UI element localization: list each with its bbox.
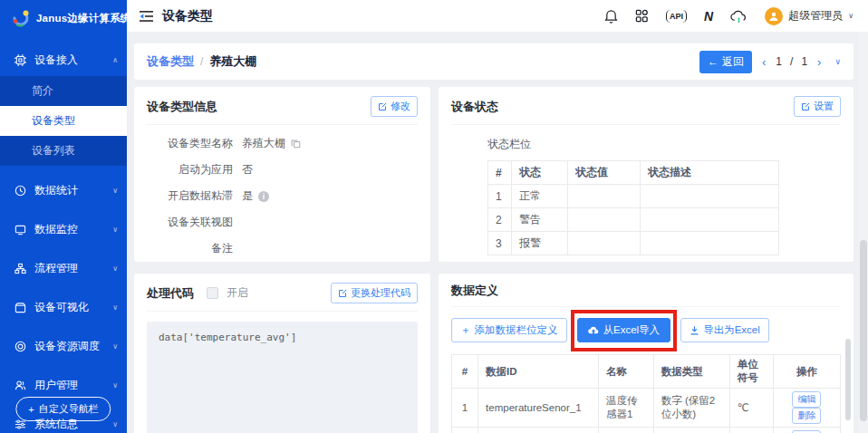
sidebar-subitem-device-type[interactable]: 设备类型 bbox=[0, 106, 127, 136]
field-row: 备注 bbox=[147, 241, 418, 256]
notification-bell-icon[interactable] bbox=[604, 8, 618, 24]
edit-icon bbox=[801, 102, 810, 111]
cell-status-value bbox=[568, 232, 641, 255]
panel-title: 数据定义 bbox=[451, 283, 498, 299]
col-unit: 单位符号 bbox=[729, 355, 773, 389]
device-type-info-panel: 设备类型信息 修改 设备类型名称 养殖大棚 启动为应用 否 开启数据粘滞 bbox=[134, 87, 430, 262]
prev-page-icon[interactable]: ‹ bbox=[760, 55, 767, 69]
table-header-row: # 状态 状态值 状态描述 bbox=[488, 161, 779, 185]
sidebar-menu: 设备接入 ∧ 简介 设备类型 设备列表 数据统计 ∨ 数据监控 bbox=[0, 44, 127, 433]
subitem-label: 简介 bbox=[32, 83, 53, 99]
field-row: 启动为应用 否 bbox=[147, 162, 418, 178]
chevron-down-icon: ∨ bbox=[112, 265, 118, 273]
sidebar-submenu: 简介 设备类型 设备列表 bbox=[0, 76, 127, 166]
status-settings-button[interactable]: 设置 bbox=[794, 96, 841, 117]
collapse-sidebar-icon[interactable] bbox=[140, 8, 154, 24]
subitem-label: 设备类型 bbox=[32, 113, 75, 129]
cell-data-id: temperatureSenor_1 bbox=[478, 389, 599, 428]
arrow-left-icon: ← bbox=[708, 55, 719, 68]
sidebar-item-device-access[interactable]: 设备接入 ∧ bbox=[0, 44, 127, 76]
cell-status-desc bbox=[641, 208, 779, 232]
chevron-down-icon: ∨ bbox=[112, 342, 118, 351]
cell-status: 警告 bbox=[512, 208, 568, 232]
change-code-label: 更换处理代码 bbox=[351, 286, 410, 300]
device-type-name: 养殖大棚 bbox=[242, 136, 285, 151]
chevron-down-icon[interactable]: ∨ bbox=[834, 57, 841, 66]
breadcrumb-parent-link[interactable]: 设备类型 bbox=[147, 53, 194, 70]
field-row: 设备类型名称 养殖大棚 bbox=[147, 136, 418, 151]
change-code-button[interactable]: 更换处理代码 bbox=[331, 283, 418, 303]
field-row: 设备关联视图 bbox=[147, 215, 418, 230]
cloud-upload-icon bbox=[588, 325, 599, 335]
cell-name: 温度传感器2 bbox=[599, 428, 654, 433]
device-status-panel: 设备状态 设置 状态栏位 # 状态 状态值 状态描述 bbox=[439, 87, 854, 262]
api-icon-label: API bbox=[666, 10, 687, 23]
data-definition-panel: 数据定义 ＋ 添加数据栏位定义 从Excel导入 导出为Excel bbox=[439, 274, 854, 433]
table-header-row: # 数据ID 名称 数据类型 单位符号 操作 bbox=[452, 355, 841, 389]
clock-icon bbox=[14, 185, 26, 197]
col-status: 状态 bbox=[512, 161, 568, 185]
download-icon bbox=[690, 325, 699, 335]
import-button-wrap: 从Excel导入 bbox=[577, 318, 671, 342]
edit-icon bbox=[378, 102, 387, 111]
cell-name: 温度传感器1 bbox=[599, 389, 654, 428]
chevron-down-icon: ∨ bbox=[112, 303, 118, 312]
back-button[interactable]: ← 返回 bbox=[699, 51, 752, 73]
avatar bbox=[765, 7, 783, 25]
delete-row-button[interactable]: 删除 bbox=[792, 408, 821, 424]
panel-scrollbar-thumb[interactable] bbox=[845, 339, 851, 420]
enable-code-checkbox[interactable] bbox=[207, 287, 218, 299]
edit-row-button[interactable]: 编辑 bbox=[792, 391, 821, 408]
nats-icon-label: N bbox=[704, 9, 713, 24]
col-actions: 操作 bbox=[773, 355, 840, 389]
panel-grid: 设备类型信息 修改 设备类型名称 养殖大棚 启动为应用 否 开启数据粘滞 bbox=[134, 87, 854, 433]
sidebar-subitem-device-list[interactable]: 设备列表 bbox=[0, 136, 127, 166]
sidebar-item-device-visual[interactable]: 设备可视化 ∨ bbox=[0, 292, 127, 323]
users-icon bbox=[14, 380, 26, 392]
export-excel-button[interactable]: 导出为Excel bbox=[680, 318, 769, 342]
sidebar-item-data-monitor[interactable]: 数据监控 ∨ bbox=[0, 214, 127, 245]
field-value: 否 bbox=[242, 162, 253, 178]
info-icon[interactable]: i bbox=[258, 191, 269, 202]
current-page: 1 bbox=[776, 55, 782, 68]
next-page-icon[interactable]: › bbox=[815, 55, 823, 69]
field-label: 启动为应用 bbox=[147, 162, 233, 178]
enable-label: 开启 bbox=[227, 285, 248, 301]
user-menu[interactable]: 超级管理员 ∨ bbox=[765, 7, 854, 25]
settings-button-label: 设置 bbox=[814, 100, 834, 113]
panel-header: 处理代码 开启 更换处理代码 bbox=[147, 283, 418, 312]
main-content: 设备类型 / 养殖大棚 ← 返回 ‹ 1 / 1 › ∨ 设备类型信息 修改 bbox=[127, 32, 868, 433]
field-label: 备注 bbox=[147, 241, 233, 256]
apps-grid-icon[interactable] bbox=[635, 8, 649, 24]
sidebar-item-data-statistics[interactable]: 数据统计 ∨ bbox=[0, 175, 127, 207]
api-icon[interactable]: API bbox=[666, 8, 687, 24]
nats-icon[interactable]: N bbox=[704, 8, 713, 24]
back-button-label: 返回 bbox=[722, 54, 744, 70]
copy-icon[interactable] bbox=[291, 139, 301, 149]
col-data-type: 数据类型 bbox=[653, 355, 729, 389]
data-definition-actions: ＋ 添加数据栏位定义 从Excel导入 导出为Excel bbox=[451, 318, 841, 342]
col-status-value: 状态值 bbox=[568, 161, 641, 185]
custom-nav-button[interactable]: + 自定义导航栏 bbox=[15, 397, 111, 421]
cell-status-value bbox=[568, 185, 641, 208]
panel-header: 数据定义 bbox=[451, 283, 841, 307]
field-label: 设备类型名称 bbox=[147, 136, 233, 151]
edit-device-type-button[interactable]: 修改 bbox=[371, 96, 418, 117]
page-title: 设备类型 bbox=[162, 8, 213, 24]
sidebar-subitem-intro[interactable]: 简介 bbox=[0, 76, 127, 106]
cloud-sync-icon[interactable] bbox=[730, 8, 747, 24]
sidebar-item-process-mgmt[interactable]: 流程管理 ∨ bbox=[0, 253, 127, 284]
code-editor[interactable]: data['temperature_avg'] bbox=[147, 322, 418, 433]
sidebar-item-resource-schedule[interactable]: 设备资源调度 ∨ bbox=[0, 331, 127, 362]
chevron-down-icon: ∨ bbox=[112, 226, 118, 234]
add-field-button[interactable]: ＋ 添加数据栏位定义 bbox=[451, 318, 567, 342]
window-scrollbar-thumb[interactable] bbox=[860, 240, 867, 421]
breadcrumb-bar: 设备类型 / 养殖大棚 ← 返回 ‹ 1 / 1 › ∨ bbox=[134, 43, 854, 80]
edit-button-label: 修改 bbox=[391, 100, 410, 113]
app-logo[interactable]: Janus边缘计算系统 bbox=[0, 0, 127, 34]
import-excel-button[interactable]: 从Excel导入 bbox=[577, 318, 671, 342]
window-scrollbar[interactable] bbox=[859, 32, 868, 433]
logo-icon bbox=[11, 8, 31, 28]
process-code-panel: 处理代码 开启 更换处理代码 data['temperature_avg'] bbox=[134, 274, 430, 433]
cell-status: 正常 bbox=[512, 185, 568, 208]
